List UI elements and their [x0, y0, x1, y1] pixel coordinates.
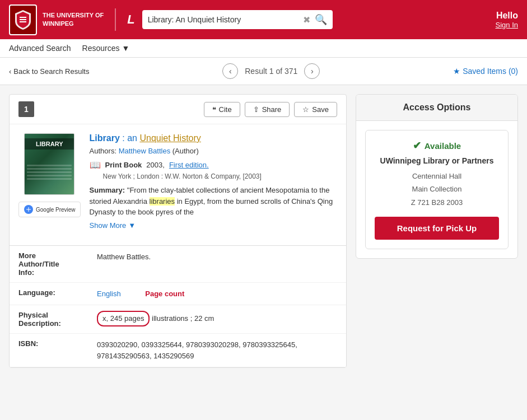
edition-link[interactable]: First edition. — [169, 161, 209, 169]
call-number: Z 721 B28 2003 — [375, 196, 499, 209]
header-left: THE UNIVERSITY OF WINNIPEG L ✖ 🔍 — [9, 4, 333, 35]
save-label: Save — [312, 105, 329, 114]
record-left: LIBRARY Google Preview — [18, 133, 81, 230]
more-author-value: Matthew Battles. — [97, 251, 151, 277]
page-header: THE UNIVERSITY OF WINNIPEG L ✖ 🔍 Hello S… — [0, 0, 527, 39]
details-table: MoreAuthor/TitleInfo: Matthew Battles. L… — [10, 245, 346, 368]
svg-rect-0 — [20, 17, 26, 18]
language-text: English — [97, 290, 121, 298]
university-shield — [9, 4, 37, 35]
access-box: Access Options ✔ Available UWinnipeg Lib… — [356, 94, 518, 259]
resources-menu[interactable]: Resources ▼ — [82, 44, 130, 53]
cite-button[interactable]: ❝ Cite — [204, 102, 240, 117]
physical-rest: illustrations ; 22 cm — [152, 314, 214, 323]
signin-link[interactable]: Sign In — [496, 21, 518, 29]
print-book-row: 📖 Print Book 2003, First edition. — [90, 160, 337, 170]
hello-text: Hello — [496, 11, 518, 21]
page-count-annotation-text: Page count — [145, 290, 184, 298]
show-more-label: Show More — [90, 221, 127, 230]
book-cover: LIBRARY — [24, 133, 74, 195]
back-to-results-text: Back to Search Results — [13, 67, 89, 76]
search-input[interactable] — [148, 15, 299, 24]
share-icon: ⇧ — [253, 105, 259, 114]
saved-items-link[interactable]: ★ Saved Items (0) — [453, 67, 518, 76]
cite-label: Cite — [219, 105, 232, 114]
isbn-label: ISBN: — [18, 339, 97, 361]
detail-row-author: MoreAuthor/TitleInfo: Matthew Battles. — [10, 246, 346, 283]
detail-row-isbn: ISBN: 0393020290, 0393325644, 9780393020… — [10, 334, 346, 367]
user-area: Hello Sign In — [496, 11, 518, 29]
available-text: Available — [425, 141, 461, 151]
results-bar: ‹ Back to Search Results ‹ Result 1 of 3… — [0, 58, 527, 85]
availability-card: ✔ Available UWinnipeg Library or Partner… — [365, 130, 509, 249]
saved-items-text: Saved Items (0) — [463, 67, 518, 76]
share-button[interactable]: ⇧ Share — [245, 102, 290, 117]
star-outline-icon: ☆ — [302, 105, 309, 114]
back-to-results-link[interactable]: ‹ Back to Search Results — [9, 67, 89, 76]
summary-text: Summary: "From the clay-tablet collectio… — [90, 185, 337, 218]
access-body: ✔ Available UWinnipeg Library or Partner… — [356, 121, 517, 258]
navbar: Advanced Search Resources ▼ — [0, 39, 527, 58]
logo-divider — [115, 8, 116, 31]
prev-result-button[interactable]: ‹ — [222, 63, 238, 79]
physical-value: x, 245 pages illustrations ; 22 cm — [97, 311, 214, 328]
chevron-down-icon: ▼ — [128, 221, 136, 230]
google-preview-label: Google Preview — [36, 207, 76, 213]
location2: Main Collection — [375, 183, 499, 195]
record-panel: 1 ❝ Cite ⇧ Share ☆ Save LIBRAR — [9, 94, 347, 368]
record-body: LIBRARY Google Preview — [10, 124, 346, 239]
access-panel: Access Options ✔ Available UWinnipeg Lib… — [356, 94, 518, 259]
save-button[interactable]: ☆ Save — [294, 102, 337, 117]
record-authors: Authors: Matthew Battles (Author) — [90, 147, 337, 155]
google-preview-button[interactable]: Google Preview — [18, 202, 81, 217]
record-number: 1 — [18, 101, 34, 117]
library-name: UWinnipeg Library or Partners — [375, 156, 499, 165]
title-colon: : an — [120, 133, 140, 143]
logo-area: THE UNIVERSITY OF WINNIPEG — [9, 4, 104, 35]
author-role: (Author) — [172, 147, 199, 155]
available-badge: ✔ Available — [375, 139, 499, 152]
show-more-button[interactable]: Show More ▼ — [90, 221, 136, 230]
search-submit-icon[interactable]: 🔍 — [315, 13, 327, 26]
language-label: Language: — [18, 288, 97, 300]
university-name: THE UNIVERSITY OF WINNIPEG — [43, 11, 104, 29]
more-author-label: MoreAuthor/TitleInfo: — [18, 251, 97, 277]
main-content: 1 ❝ Cite ⇧ Share ☆ Save LIBRAR — [0, 85, 527, 377]
summary-label: Summary: — [90, 186, 125, 194]
clear-search-icon[interactable]: ✖ — [303, 15, 310, 25]
svg-rect-1 — [20, 19, 26, 20]
record-title[interactable]: Library : an Unquiet History — [90, 133, 337, 143]
back-arrow-icon: ‹ — [9, 67, 11, 76]
book-cover-title: LIBRARY — [25, 138, 74, 150]
book-icon: 📖 — [90, 160, 101, 170]
record-header: 1 ❝ Cite ⇧ Share ☆ Save — [10, 95, 346, 124]
advanced-search-link[interactable]: Advanced Search — [9, 44, 71, 53]
next-result-button[interactable]: › — [304, 63, 320, 79]
access-header: Access Options — [356, 95, 517, 121]
book-shelves — [25, 146, 74, 183]
authors-label: Authors: — [90, 147, 116, 155]
record-actions: ❝ Cite ⇧ Share ☆ Save — [204, 102, 337, 117]
physical-label: PhysicalDescription: — [18, 311, 97, 328]
summary-keyword: libraries — [150, 197, 175, 206]
location-info: Centennial Hall Main Collection Z 721 B2… — [375, 170, 499, 209]
isbn-value: 0393020290, 0393325644, 9780393020298, 9… — [97, 339, 337, 361]
title-highlight: Unquiet History — [139, 133, 200, 143]
svg-rect-2 — [20, 21, 26, 22]
format-year: 2003, — [146, 161, 165, 169]
request-pickup-button[interactable]: Request for Pick Up — [375, 217, 499, 240]
chevron-down-icon: ▼ — [122, 44, 129, 53]
resources-label: Resources — [82, 44, 120, 53]
author-link[interactable]: Matthew Battles — [119, 147, 171, 155]
quote-icon: ❝ — [212, 105, 216, 114]
detail-row-language: Language: English Page count — [10, 283, 346, 306]
library-label: L — [127, 12, 135, 27]
publisher-line: New York ; London : W.W. Norton & Compan… — [90, 172, 337, 180]
search-bar: ✖ 🔍 — [142, 10, 333, 29]
physical-circled: x, 245 pages — [97, 311, 150, 326]
detail-row-physical: PhysicalDescription: x, 245 pages illust… — [10, 305, 346, 334]
share-label: Share — [262, 105, 282, 114]
format-label: Print Book — [105, 161, 142, 169]
location1: Centennial Hall — [375, 170, 499, 183]
language-value: English Page count — [97, 288, 184, 300]
